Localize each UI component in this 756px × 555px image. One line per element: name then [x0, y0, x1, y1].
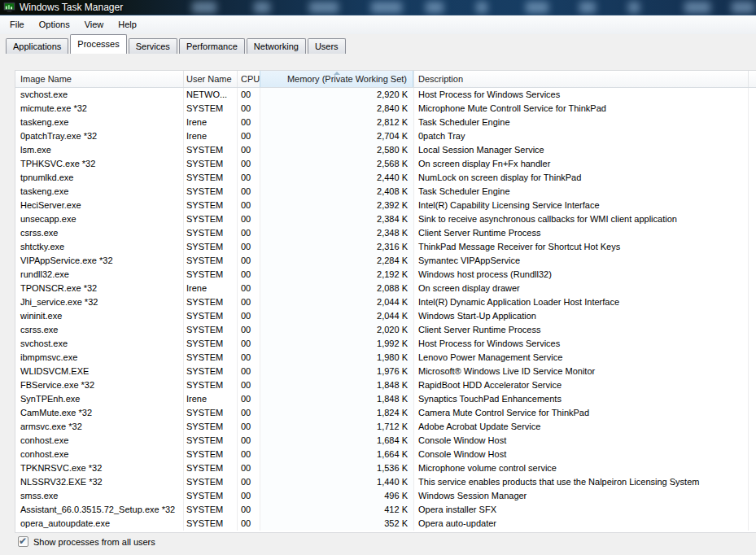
- cell-cpu: 00: [237, 88, 260, 102]
- menu-view[interactable]: View: [77, 15, 111, 34]
- cell-memory: 2,384 K: [260, 212, 413, 226]
- process-row[interactable]: csrss.exeSYSTEM002,348 KClient Server Ru…: [15, 226, 756, 240]
- process-row[interactable]: micmute.exe *32SYSTEM002,840 KMicrophone…: [15, 102, 756, 116]
- menu-help[interactable]: Help: [111, 15, 144, 34]
- cell-filler: [748, 199, 756, 212]
- tab-services[interactable]: Services: [129, 38, 177, 54]
- tab-applications[interactable]: Applications: [6, 38, 68, 54]
- process-row[interactable]: csrss.exeSYSTEM002,020 KClient Server Ru…: [15, 323, 756, 337]
- process-row[interactable]: smss.exeSYSTEM00496 KWindows Session Man…: [15, 489, 756, 503]
- cell-description: 0patch Tray: [413, 129, 748, 143]
- show-all-users-checkbox[interactable]: [18, 536, 28, 547]
- cell-image: HeciServer.exe: [15, 199, 183, 212]
- process-row[interactable]: rundll32.exeSYSTEM002,192 KWindows host …: [15, 268, 756, 282]
- process-row[interactable]: conhost.exeSYSTEM001,664 KConsole Window…: [15, 448, 756, 461]
- process-table-body[interactable]: svchost.exeNETWO...002,920 KHost Process…: [15, 88, 756, 532]
- cell-cpu: 00: [237, 420, 260, 434]
- cell-filler: [748, 212, 756, 226]
- tab-processes[interactable]: Processes: [70, 34, 126, 54]
- process-row[interactable]: VIPAppService.exe *32SYSTEM002,284 KSyma…: [15, 254, 756, 268]
- process-row[interactable]: FBService.exe *32SYSTEM001,848 KRapidBoo…: [15, 378, 756, 392]
- tab-networking[interactable]: Networking: [247, 38, 306, 54]
- process-row[interactable]: opera_autoupdate.exeSYSTEM00352 KOpera a…: [15, 517, 756, 531]
- cell-memory: 2,392 K: [260, 199, 413, 212]
- titlebar-glass-highlight: [476, 2, 487, 13]
- cell-description: On screen display Fn+Fx handler: [413, 157, 748, 171]
- process-row[interactable]: svchost.exeSYSTEM001,992 KHost Process f…: [15, 337, 756, 351]
- cell-user: SYSTEM: [183, 309, 237, 323]
- cell-description: Symantec VIPAppService: [413, 254, 748, 268]
- process-row[interactable]: NLSSRV32.EXE *32SYSTEM001,440 KThis serv…: [15, 475, 756, 489]
- cell-image: taskeng.exe: [15, 185, 183, 199]
- sort-arrow-icon: [334, 72, 340, 75]
- process-row[interactable]: TPHKSVC.exe *32SYSTEM002,568 KOn screen …: [15, 157, 756, 171]
- cell-user: SYSTEM: [183, 240, 237, 254]
- process-row[interactable]: TPONSCR.exe *32Irene002,088 KOn screen d…: [15, 282, 756, 295]
- titlebar-glass-highlight: [579, 2, 596, 13]
- column-header-user-name[interactable]: User Name: [183, 71, 237, 87]
- process-row[interactable]: Jhi_service.exe *32SYSTEM002,044 KIntel(…: [15, 295, 756, 309]
- process-row[interactable]: wininit.exeSYSTEM002,044 KWindows Start-…: [15, 309, 756, 323]
- cell-cpu: 00: [237, 461, 260, 475]
- process-row[interactable]: TPKNRSVC.exe *32SYSTEM001,536 KMicrophon…: [15, 461, 756, 475]
- cell-image: shtctky.exe: [15, 240, 183, 254]
- process-row[interactable]: CamMute.exe *32SYSTEM001,824 KCamera Mut…: [15, 406, 756, 420]
- cell-cpu: 00: [237, 434, 260, 448]
- cell-filler: [748, 517, 756, 531]
- process-row[interactable]: HeciServer.exeSYSTEM002,392 KIntel(R) Ca…: [15, 199, 756, 212]
- process-row[interactable]: unsecapp.exeSYSTEM002,384 KSink to recei…: [15, 212, 756, 226]
- cell-cpu: 00: [237, 226, 260, 240]
- cell-image: lsm.exe: [15, 143, 183, 157]
- process-row[interactable]: WLIDSVCM.EXESYSTEM001,976 KMicrosoft® Wi…: [15, 365, 756, 378]
- cell-image: TPONSCR.exe *32: [15, 282, 183, 295]
- cell-filler: [748, 461, 756, 475]
- cell-user: Irene: [183, 129, 237, 143]
- cell-cpu: 00: [237, 337, 260, 351]
- cell-image: taskeng.exe: [15, 116, 183, 129]
- title-bar[interactable]: Windows Task Manager: [0, 0, 756, 15]
- process-row[interactable]: SynTPEnh.exeIrene001,848 KSynaptics Touc…: [15, 392, 756, 406]
- cell-filler: [748, 226, 756, 240]
- process-row[interactable]: armsvc.exe *32SYSTEM001,712 KAdobe Acrob…: [15, 420, 756, 434]
- cell-filler: [748, 240, 756, 254]
- process-row[interactable]: svchost.exeNETWO...002,920 KHost Process…: [15, 88, 756, 102]
- cell-cpu: 00: [237, 199, 260, 212]
- tab-performance[interactable]: Performance: [179, 38, 245, 54]
- cell-user: SYSTEM: [183, 489, 237, 503]
- cell-cpu: 00: [237, 309, 260, 323]
- cell-filler: [748, 268, 756, 282]
- menu-file[interactable]: File: [2, 15, 32, 34]
- process-row[interactable]: taskeng.exeSYSTEM002,408 KTask Scheduler…: [15, 185, 756, 199]
- cell-memory: 352 K: [260, 517, 413, 531]
- process-row[interactable]: shtctky.exeSYSTEM002,316 KThinkPad Messa…: [15, 240, 756, 254]
- cell-cpu: 00: [237, 475, 260, 489]
- column-header-image-name[interactable]: Image Name: [15, 71, 183, 87]
- cell-cpu: 00: [237, 116, 260, 129]
- cell-cpu: 00: [237, 448, 260, 461]
- process-table: Image NameUser NameCPUMemory (Private Wo…: [15, 70, 756, 533]
- menu-options[interactable]: Options: [32, 15, 77, 34]
- cell-cpu: 00: [237, 406, 260, 420]
- cell-image: smss.exe: [15, 489, 183, 503]
- cell-image: CamMute.exe *32: [15, 406, 183, 420]
- cell-cpu: 00: [237, 254, 260, 268]
- process-row[interactable]: conhost.exeSYSTEM001,684 KConsole Window…: [15, 434, 756, 448]
- cell-user: SYSTEM: [183, 226, 237, 240]
- cell-description: Sink to receive asynchronous callbacks f…: [413, 212, 748, 226]
- process-row[interactable]: 0patchTray.exe *32Irene002,704 K0patch T…: [15, 129, 756, 143]
- cell-user: SYSTEM: [183, 254, 237, 268]
- process-row[interactable]: ibmpmsvc.exeSYSTEM001,980 KLenovo Power …: [15, 351, 756, 365]
- column-header-memory-private-working-set[interactable]: Memory (Private Working Set): [260, 71, 413, 87]
- cell-description: Lenovo Power Management Service: [413, 351, 748, 365]
- process-row[interactable]: lsm.exeSYSTEM002,580 KLocal Session Mana…: [15, 143, 756, 157]
- tab-users[interactable]: Users: [308, 38, 346, 54]
- cell-cpu: 00: [237, 129, 260, 143]
- column-header-cpu[interactable]: CPU: [237, 71, 260, 87]
- cell-cpu: 00: [237, 102, 260, 116]
- process-row[interactable]: tpnumlkd.exeSYSTEM002,440 KNumLock on sc…: [15, 171, 756, 185]
- cell-filler: [748, 351, 756, 365]
- column-header-description[interactable]: Description: [413, 71, 748, 87]
- process-row[interactable]: Assistant_66.0.3515.72_Setup.exe *32SYST…: [15, 503, 756, 517]
- cell-filler: [748, 365, 756, 378]
- process-row[interactable]: taskeng.exeIrene002,812 KTask Scheduler …: [15, 116, 756, 129]
